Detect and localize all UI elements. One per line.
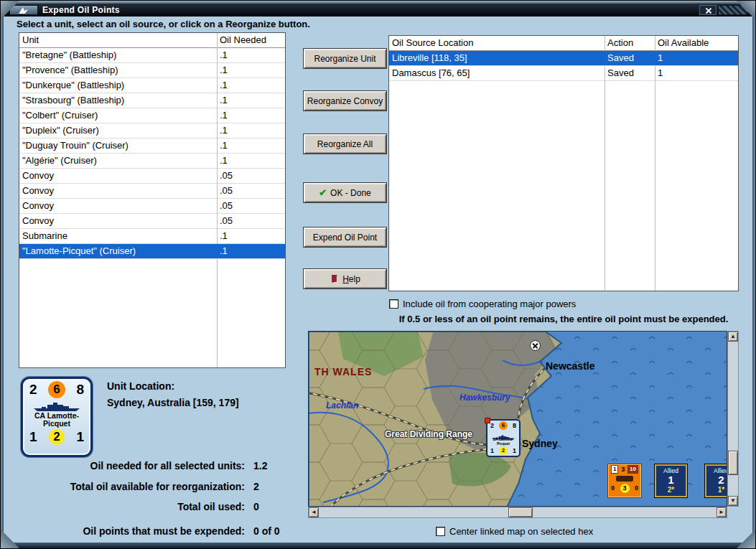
center-map-option: Center linked map on selected hex xyxy=(436,526,593,537)
expend-oil-point-button[interactable]: Expend Oil Point xyxy=(303,227,387,248)
table-row[interactable]: Submarine.1 xyxy=(19,229,285,244)
oil-point-notice: If 0.5 or less of an oil point remains, … xyxy=(388,314,739,324)
unit-silhouette xyxy=(616,476,633,482)
oil-source-table: Oil Source Location Action Oil Available… xyxy=(388,35,739,291)
cell: .05 xyxy=(217,169,285,183)
button-label: Reorganize Unit xyxy=(314,54,375,64)
book-icon xyxy=(330,274,339,283)
table-row[interactable]: "Lamotte-Picquet" (Cruiser).1 xyxy=(19,244,285,259)
cell: Saved xyxy=(605,51,655,65)
scroll-right-arrow[interactable]: ► xyxy=(717,507,727,517)
window-menu-icon[interactable] xyxy=(9,5,38,15)
help-button[interactable]: Help xyxy=(303,268,387,289)
center-map-label: Center linked map on selected hex xyxy=(449,526,593,537)
allied-counter[interactable]: Allied21* xyxy=(704,464,727,498)
map-label-lachlan: Lachlan xyxy=(326,400,358,410)
unit-location-label: Unit Location: xyxy=(107,380,174,392)
stat-label: Oil needed for all selected units: xyxy=(1,460,245,471)
button-label: Help xyxy=(342,274,360,284)
center-map-checkbox[interactable] xyxy=(436,527,445,536)
counter-value: 0 xyxy=(635,484,638,492)
cell: "Algérie" (Cruiser) xyxy=(19,154,217,168)
unit-marker xyxy=(485,418,490,423)
unit-table: Unit Oil Needed "Bretagne" (Battleship).… xyxy=(19,32,286,368)
scroll-down-arrow[interactable]: ▼ xyxy=(728,496,738,506)
horizontal-scroll-thumb[interactable] xyxy=(508,507,533,517)
table-row[interactable]: Convoy.05 xyxy=(19,169,285,184)
oil-table-header: Oil Source Location Action Oil Available xyxy=(389,36,738,51)
counter-corner-value: 1* xyxy=(705,486,727,494)
column-divider xyxy=(605,36,605,291)
include-oil-option: Include oil from cooperating major power… xyxy=(389,299,576,309)
frame-edge xyxy=(1,543,755,548)
close-button[interactable] xyxy=(699,5,717,15)
attack-value: 2 xyxy=(490,422,494,429)
map-vertical-scrollbar[interactable]: ▲ ▼ xyxy=(727,331,739,507)
stat-value: 0 of 0 xyxy=(253,525,280,537)
ship-silhouette-icon xyxy=(23,399,90,412)
movement-value: 1 xyxy=(513,447,516,454)
table-row[interactable]: "Colbert" (Cruiser).1 xyxy=(19,108,285,123)
table-row[interactable]: Libreville [118, 35]Saved1 xyxy=(389,51,738,66)
defense-value: 1 xyxy=(490,447,494,454)
range-value: 8 xyxy=(513,422,516,429)
cell: Convoy xyxy=(19,214,217,228)
title-bar: Expend Oil Points xyxy=(4,4,752,17)
table-row[interactable]: "Algérie" (Cruiser).1 xyxy=(19,154,285,169)
unit-table-body: "Bretagne" (Battleship).1"Provence" (Bat… xyxy=(19,48,285,259)
table-row[interactable]: Damascus [76, 65]Saved1 xyxy=(389,66,738,81)
cell: "Duguay Trouin" (Cruiser) xyxy=(19,139,217,153)
ok-done-button[interactable]: ✔ OK - Done xyxy=(303,182,387,203)
movement-value: 1 xyxy=(76,429,84,445)
reorganize-unit-button[interactable]: Reorganize Unit xyxy=(303,48,387,69)
stat-label: Total oil available for reorganization: xyxy=(1,481,245,492)
cell: Libreville [118, 35] xyxy=(389,51,605,65)
counter-value: 0 xyxy=(611,484,615,492)
stat-row: Oil needed for all selected units:1.2 xyxy=(1,460,267,471)
frame-corner xyxy=(737,530,755,548)
oil-source-location-column-header[interactable]: Oil Source Location xyxy=(389,36,605,50)
map-unit-counter[interactable]: 2 6 8 CA Lamotte- Picquet 1 2 1 xyxy=(486,419,521,457)
scroll-left-arrow[interactable]: ◄ xyxy=(309,507,319,517)
ship-silhouette-icon xyxy=(487,430,519,437)
scroll-up-arrow[interactable]: ▲ xyxy=(728,332,738,342)
defense-value: 1 xyxy=(29,429,37,445)
orange-value-circle: 6 xyxy=(499,421,508,430)
table-row[interactable]: "Bretagne" (Battleship).1 xyxy=(19,48,285,63)
map-label-th-wales: TH WALES xyxy=(314,366,372,377)
cell: .1 xyxy=(217,229,285,243)
cell: Saved xyxy=(605,66,655,80)
table-row[interactable]: Convoy.05 xyxy=(19,199,285,214)
oil-needed-column-header[interactable]: Oil Needed xyxy=(217,33,285,47)
cell: Submarine xyxy=(19,229,217,243)
orange-unit-counter[interactable]: 1 3 10 0 3 0 xyxy=(607,464,642,498)
unit-column-header[interactable]: Unit xyxy=(19,33,217,47)
reorganize-convoy-button[interactable]: Reorganize Convoy xyxy=(303,90,387,111)
table-row[interactable]: "Dunkerque" (Battleship).1 xyxy=(19,78,285,93)
include-oil-checkbox[interactable] xyxy=(389,299,398,309)
cell: .1 xyxy=(217,154,285,168)
allied-counter[interactable]: Allied12* xyxy=(654,464,688,498)
cell: .1 xyxy=(217,244,285,258)
vertical-scroll-thumb[interactable] xyxy=(728,451,738,475)
table-row[interactable]: "Strasbourg" (Battleship).1 xyxy=(19,93,285,108)
table-row[interactable]: Convoy.05 xyxy=(19,184,285,199)
stat-value: 1.2 xyxy=(253,460,267,471)
table-row[interactable]: "Duguay Trouin" (Cruiser).1 xyxy=(19,139,285,154)
action-column-header[interactable]: Action xyxy=(605,36,655,50)
counter-value: 1 xyxy=(655,474,687,486)
table-row[interactable]: "Provence" (Battleship).1 xyxy=(19,63,285,78)
counter-value: 2 xyxy=(705,474,727,486)
button-label: OK - Done xyxy=(330,188,371,198)
stat-row: Total oil available for reorganization:2 xyxy=(1,481,259,492)
table-row[interactable]: Convoy.05 xyxy=(19,214,285,229)
map-viewport[interactable]: TH WALESLachlanHawkesburyGreat Dividing … xyxy=(308,331,727,507)
table-row[interactable]: "Dupleix" (Cruiser).1 xyxy=(19,123,285,139)
reorganize-all-button[interactable]: Reorganize All xyxy=(303,133,387,154)
stat-row: Oil points that must be expended:0 of 0 xyxy=(1,525,280,537)
oil-table-body: Libreville [118, 35]Saved1Damascus [76, … xyxy=(389,51,738,81)
oil-available-column-header[interactable]: Oil Available xyxy=(655,36,738,50)
map-horizontal-scrollbar[interactable]: ◄ ► xyxy=(308,507,727,518)
cell: "Dunkerque" (Battleship) xyxy=(19,78,217,93)
button-label: Reorganize Convoy xyxy=(307,96,383,106)
